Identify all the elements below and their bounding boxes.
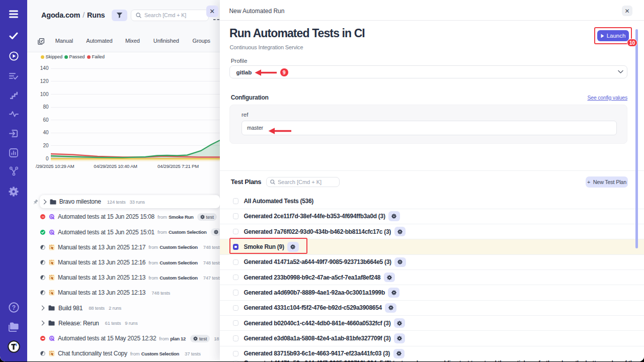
svg-text:?: ? <box>12 304 15 311</box>
